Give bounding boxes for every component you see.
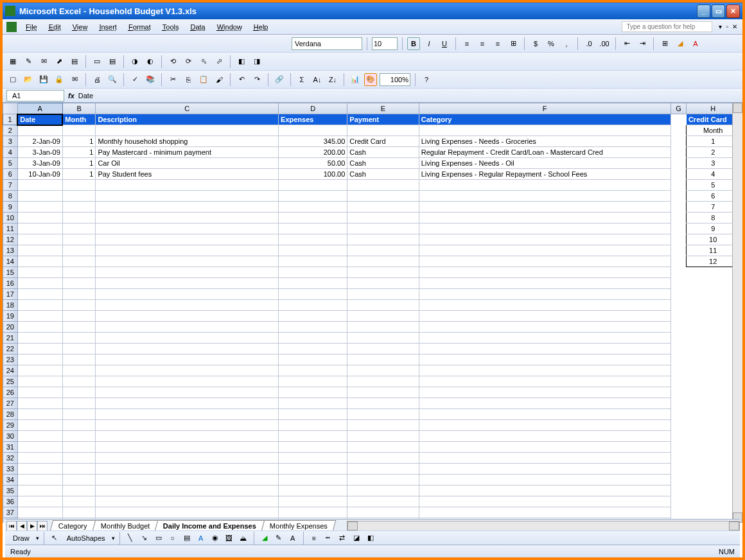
cell[interactable] <box>670 223 687 234</box>
cell[interactable] <box>670 180 687 191</box>
row-header[interactable]: 33 <box>3 464 18 475</box>
cell[interactable] <box>670 387 687 398</box>
cell[interactable]: Pay Student fees <box>96 169 279 180</box>
row-header[interactable]: 32 <box>3 453 18 464</box>
cell[interactable] <box>279 322 347 333</box>
cell[interactable]: 100.00 <box>279 169 347 180</box>
cell[interactable] <box>17 365 62 376</box>
wb-close-button[interactable]: ✕ <box>731 23 739 30</box>
cell[interactable] <box>279 289 347 300</box>
3d-button[interactable]: ◧ <box>365 532 376 544</box>
tool-icon[interactable]: ✉ <box>37 55 50 68</box>
cell[interactable] <box>279 496 347 507</box>
autosum-button[interactable]: Σ <box>295 73 308 86</box>
shadow-button[interactable]: ◪ <box>351 532 362 544</box>
cell[interactable] <box>62 354 96 365</box>
currency-button[interactable]: $ <box>529 37 542 50</box>
cell[interactable] <box>419 398 670 409</box>
cell[interactable] <box>419 223 670 234</box>
sort-asc-button[interactable]: A↓ <box>311 73 324 86</box>
row-header[interactable]: 24 <box>3 365 18 376</box>
row-header[interactable]: 15 <box>3 267 18 278</box>
horizontal-scrollbar[interactable] <box>347 521 740 531</box>
row-header[interactable]: 19 <box>3 311 18 322</box>
cell[interactable]: Category <box>419 114 670 125</box>
diagram-button[interactable]: ◉ <box>209 532 221 544</box>
cell[interactable] <box>279 223 347 234</box>
menu-data[interactable]: Data <box>185 21 210 33</box>
row-header[interactable]: 25 <box>3 376 18 387</box>
wordart-button[interactable]: A <box>195 532 207 544</box>
row-header[interactable]: 29 <box>3 420 18 431</box>
cell[interactable] <box>670 213 687 223</box>
row-header[interactable]: 13 <box>3 245 18 256</box>
cell[interactable] <box>279 409 347 420</box>
cell[interactable] <box>419 431 670 442</box>
cell[interactable] <box>96 333 279 344</box>
cell[interactable] <box>62 234 96 245</box>
cell[interactable] <box>279 431 347 442</box>
tab-first-button[interactable]: ⏮ <box>6 521 17 531</box>
cell[interactable] <box>62 376 96 387</box>
email-button[interactable]: ✉ <box>68 73 81 86</box>
row-header[interactable]: 1 <box>3 114 18 125</box>
cell[interactable] <box>17 376 62 387</box>
cell[interactable] <box>279 453 347 464</box>
row-header[interactable]: 35 <box>3 486 18 496</box>
row-header[interactable]: 9 <box>3 202 18 213</box>
cell[interactable]: Date <box>17 114 62 125</box>
wb-minimize-button[interactable]: ▾ <box>717 23 723 30</box>
tool-icon[interactable]: ✎ <box>22 55 35 68</box>
cell[interactable] <box>670 125 687 136</box>
rectangle-button[interactable]: ▭ <box>153 532 164 544</box>
cell[interactable] <box>670 169 687 180</box>
cell[interactable] <box>62 180 96 191</box>
cell[interactable] <box>17 486 62 496</box>
row-header[interactable]: 4 <box>3 147 18 158</box>
tool-icon[interactable]: ⬁ <box>197 55 210 68</box>
tool-icon[interactable]: ◐ <box>144 55 157 68</box>
cell[interactable] <box>17 398 62 409</box>
cell[interactable] <box>670 486 687 496</box>
cell[interactable] <box>279 125 347 136</box>
cell[interactable] <box>419 311 670 322</box>
cell[interactable] <box>347 267 419 278</box>
tool-icon[interactable]: ◑ <box>128 55 141 68</box>
cell[interactable] <box>670 376 687 387</box>
undo-button[interactable]: ↶ <box>235 73 248 86</box>
cell[interactable] <box>419 300 670 311</box>
cell[interactable] <box>279 354 347 365</box>
cell[interactable] <box>17 333 62 344</box>
cell[interactable] <box>279 507 347 518</box>
cell[interactable] <box>62 125 96 136</box>
sheet-tab[interactable]: Daily Income and Expenses <box>155 520 265 531</box>
cell[interactable] <box>670 354 687 365</box>
name-box[interactable] <box>6 90 64 101</box>
cell[interactable] <box>347 475 419 486</box>
cell[interactable] <box>347 496 419 507</box>
menu-view[interactable]: View <box>67 21 93 33</box>
row-header[interactable]: 30 <box>3 431 18 442</box>
cell[interactable] <box>279 213 347 223</box>
cell[interactable] <box>62 191 96 202</box>
row-header[interactable]: 3 <box>3 136 18 147</box>
save-button[interactable]: 💾 <box>37 73 50 86</box>
menu-tools[interactable]: Tools <box>157 21 184 33</box>
cell[interactable] <box>96 245 279 256</box>
cell[interactable] <box>347 289 419 300</box>
tool-icon[interactable]: ◨ <box>250 55 263 68</box>
cell[interactable] <box>347 376 419 387</box>
row-header[interactable]: 5 <box>3 158 18 169</box>
copy-button[interactable]: ⎘ <box>182 73 195 86</box>
cell[interactable]: 3-Jan-09 <box>17 147 62 158</box>
cell[interactable] <box>279 202 347 213</box>
cell[interactable] <box>670 234 687 245</box>
cell[interactable]: 345.00 <box>279 136 347 147</box>
select-objects-button[interactable]: ↖ <box>49 532 60 544</box>
cell[interactable] <box>96 213 279 223</box>
cell[interactable] <box>347 464 419 475</box>
merge-cells-button[interactable]: ⊞ <box>507 37 520 50</box>
cell[interactable]: Payment <box>347 114 419 125</box>
redo-button[interactable]: ↷ <box>250 73 263 86</box>
cell[interactable] <box>670 136 687 147</box>
